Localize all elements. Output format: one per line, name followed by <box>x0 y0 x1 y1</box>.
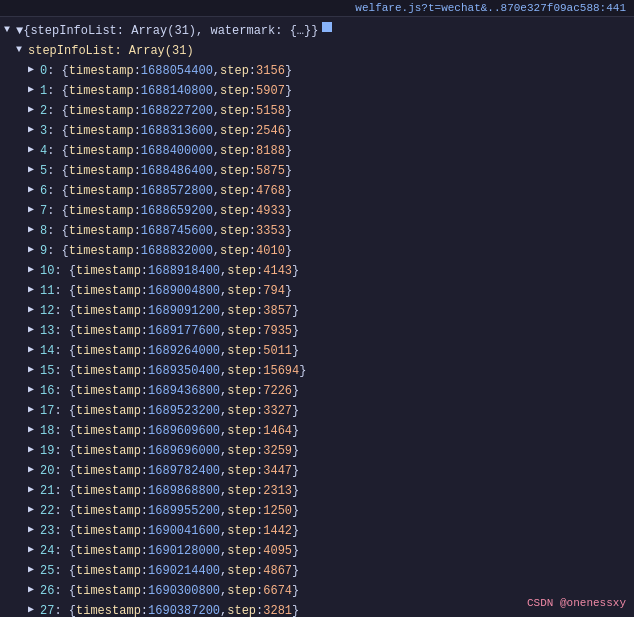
list-item[interactable]: 9 : { timestamp : 1688832000 , step : 40… <box>0 241 634 261</box>
list-item[interactable]: 23 : { timestamp : 1690041600 , step : 1… <box>0 521 634 541</box>
csdn-badge: CSDN @onenessxy <box>527 597 626 609</box>
item-triangle[interactable] <box>28 282 40 297</box>
item-triangle[interactable] <box>28 542 40 557</box>
stepinfolist-triangle[interactable] <box>16 42 28 57</box>
list-item[interactable]: 3 : { timestamp : 1688313600 , step : 25… <box>0 121 634 141</box>
item-triangle[interactable] <box>28 342 40 357</box>
list-item[interactable]: 12 : { timestamp : 1689091200 , step : 3… <box>0 301 634 321</box>
list-item[interactable]: 25 : { timestamp : 1690214400 , step : 4… <box>0 561 634 581</box>
stepinfolist-header[interactable]: stepInfoList: Array(31) <box>0 41 634 61</box>
item-triangle[interactable] <box>28 582 40 597</box>
list-item[interactable]: 14 : { timestamp : 1689264000 , step : 5… <box>0 341 634 361</box>
list-item[interactable]: 2 : { timestamp : 1688227200 , step : 51… <box>0 101 634 121</box>
list-item[interactable]: 8 : { timestamp : 1688745600 , step : 33… <box>0 221 634 241</box>
item-triangle[interactable] <box>28 522 40 537</box>
root-triangle[interactable] <box>4 22 16 37</box>
list-item[interactable]: 15 : { timestamp : 1689350400 , step : 1… <box>0 361 634 381</box>
item-triangle[interactable] <box>28 362 40 377</box>
item-triangle[interactable] <box>28 422 40 437</box>
item-triangle[interactable] <box>28 222 40 237</box>
top-bar: welfare.js?t=wechat&..870e327f09ac588:44… <box>0 0 634 17</box>
list-item[interactable]: 24 : { timestamp : 1690128000 , step : 4… <box>0 541 634 561</box>
item-triangle[interactable] <box>28 302 40 317</box>
list-item[interactable]: 11 : { timestamp : 1689004800 , step : 7… <box>0 281 634 301</box>
item-triangle[interactable] <box>28 242 40 257</box>
list-item[interactable]: 22 : { timestamp : 1689955200 , step : 1… <box>0 501 634 521</box>
list-item[interactable]: 5 : { timestamp : 1688486400 , step : 58… <box>0 161 634 181</box>
item-triangle[interactable] <box>28 182 40 197</box>
array-items: 0 : { timestamp : 1688054400 , step : 31… <box>0 61 634 617</box>
item-triangle[interactable] <box>28 82 40 97</box>
item-triangle[interactable] <box>28 122 40 137</box>
item-triangle[interactable] <box>28 402 40 417</box>
list-item[interactable]: 1 : { timestamp : 1688140800 , step : 59… <box>0 81 634 101</box>
item-triangle[interactable] <box>28 462 40 477</box>
list-item[interactable]: 20 : { timestamp : 1689782400 , step : 3… <box>0 461 634 481</box>
list-item[interactable]: 6 : { timestamp : 1688572800 , step : 47… <box>0 181 634 201</box>
list-item[interactable]: 19 : { timestamp : 1689696000 , step : 3… <box>0 441 634 461</box>
list-item[interactable]: 21 : { timestamp : 1689868800 , step : 2… <box>0 481 634 501</box>
root-line[interactable]: ▼ {stepInfoList: Array(31), watermark: {… <box>0 21 634 41</box>
item-triangle[interactable] <box>28 142 40 157</box>
list-item[interactable]: 10 : { timestamp : 1688918400 , step : 4… <box>0 261 634 281</box>
list-item[interactable]: 17 : { timestamp : 1689523200 , step : 3… <box>0 401 634 421</box>
item-triangle[interactable] <box>28 262 40 277</box>
filename: welfare.js?t=wechat&..870e327f09ac588:44… <box>355 2 626 14</box>
list-item[interactable]: 13 : { timestamp : 1689177600 , step : 7… <box>0 321 634 341</box>
console-container: ▼ {stepInfoList: Array(31), watermark: {… <box>0 17 634 617</box>
item-triangle[interactable] <box>28 442 40 457</box>
item-triangle[interactable] <box>28 62 40 77</box>
item-triangle[interactable] <box>28 562 40 577</box>
item-triangle[interactable] <box>28 482 40 497</box>
list-item[interactable]: 0 : { timestamp : 1688054400 , step : 31… <box>0 61 634 81</box>
item-triangle[interactable] <box>28 602 40 617</box>
list-item[interactable]: 18 : { timestamp : 1689609600 , step : 1… <box>0 421 634 441</box>
item-triangle[interactable] <box>28 382 40 397</box>
checkbox[interactable] <box>322 22 332 32</box>
item-triangle[interactable] <box>28 102 40 117</box>
item-triangle[interactable] <box>28 322 40 337</box>
item-triangle[interactable] <box>28 162 40 177</box>
item-triangle[interactable] <box>28 502 40 517</box>
item-triangle[interactable] <box>28 202 40 217</box>
list-item[interactable]: 7 : { timestamp : 1688659200 , step : 49… <box>0 201 634 221</box>
list-item[interactable]: 4 : { timestamp : 1688400000 , step : 81… <box>0 141 634 161</box>
list-item[interactable]: 16 : { timestamp : 1689436800 , step : 7… <box>0 381 634 401</box>
